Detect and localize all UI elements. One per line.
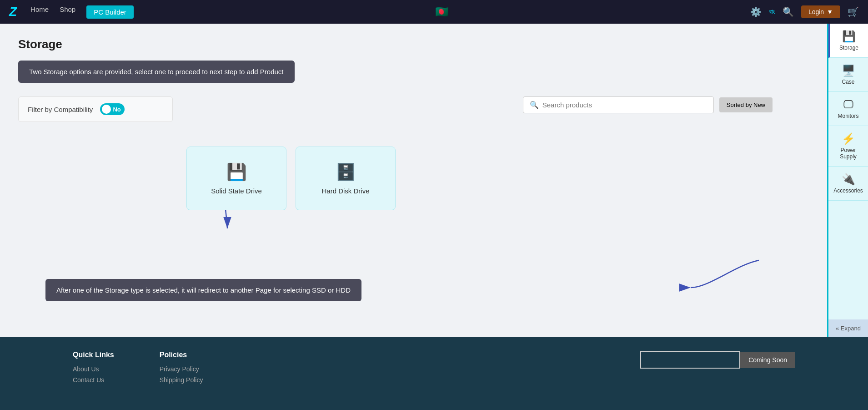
navbar-center: 🇧🇩 [134, 5, 750, 18]
cart-icon[interactable]: 🛒 [848, 6, 859, 17]
info-message-text: Two Storage options are provided, select… [29, 68, 284, 76]
ssd-icon: 💾 [226, 162, 247, 182]
page-title: Storage [18, 37, 773, 51]
info-message-box: Two Storage options are provided, select… [18, 61, 295, 83]
footer-contact-us[interactable]: Contact Us [73, 376, 114, 384]
logo[interactable]: Z [9, 5, 17, 19]
login-button[interactable]: Login ▼ [801, 5, 840, 18]
main-content: Storage Two Storage options are provided… [0, 24, 868, 337]
nav-home[interactable]: Home [30, 5, 49, 19]
filter-row: Filter by Compatibility No [18, 96, 173, 122]
filter-label: Filter by Compatibility [28, 106, 93, 113]
search-icon-inner: 🔍 [530, 101, 539, 109]
arrow-svg-2 [363, 147, 773, 301]
annotation-area: 💾 Solid State Drive 🗄️ Hard Disk Drive A… [18, 147, 773, 301]
sidebar-item-accessories[interactable]: 🔌 Accessories [828, 167, 868, 201]
coming-soon-input[interactable] [640, 351, 740, 369]
quick-links-title: Quick Links [73, 351, 114, 359]
footer-about-us[interactable]: About Us [73, 365, 114, 373]
ssd-label: Solid State Drive [211, 187, 262, 195]
sidebar-accessories-label: Accessories [833, 187, 863, 194]
sidebar-monitors-label: Monitors [838, 113, 858, 119]
settings-icon[interactable]: ⚙️ [750, 6, 762, 17]
sidebar-item-power-supply[interactable]: ⚡ Power Supply [828, 126, 868, 167]
navbar-right: ⚙️ বাং 🔍 Login ▼ 🛒 [750, 5, 859, 18]
sidebar-item-monitors[interactable]: 🖵 Monitors [828, 92, 868, 126]
language-button[interactable]: বাং [769, 8, 775, 16]
hdd-icon: 🗄️ [336, 162, 356, 182]
power-supply-sidebar-icon: ⚡ [842, 132, 855, 145]
sidebar-expand-button[interactable]: « Expand [828, 319, 868, 337]
navbar: Z Home Shop PC Builder 🇧🇩 ⚙️ বাং 🔍 Login… [0, 0, 868, 24]
page-content: Storage Two Storage options are provided… [0, 24, 827, 337]
footer-policies: Policies Privacy Policy Shipping Policy [160, 351, 203, 387]
redirect-message-text: After one of the Storage type is selecte… [56, 286, 351, 294]
sidebar-storage-label: Storage [839, 45, 858, 51]
search-box: 🔍 [523, 96, 714, 113]
storage-options: 💾 Solid State Drive 🗄️ Hard Disk Drive [186, 147, 396, 210]
redirect-message-box: After one of the Storage type is selecte… [45, 279, 361, 301]
flag-icon: 🇧🇩 [435, 5, 449, 18]
hdd-label: Hard Disk Drive [321, 187, 369, 195]
sidebar-item-case[interactable]: 🖥️ Case [828, 58, 868, 92]
compatibility-toggle[interactable]: No [100, 103, 124, 115]
search-icon[interactable]: 🔍 [783, 6, 794, 17]
sidebar-power-supply-label: Power Supply [832, 147, 864, 160]
nav-links: Home Shop PC Builder [30, 5, 134, 19]
footer-quick-links: Quick Links About Us Contact Us [73, 351, 114, 387]
footer-privacy-policy[interactable]: Privacy Policy [160, 365, 203, 373]
login-label: Login [808, 8, 824, 15]
monitors-sidebar-icon: 🖵 [843, 98, 854, 111]
sidebar-case-label: Case [842, 79, 854, 85]
dropdown-icon: ▼ [827, 8, 833, 15]
case-sidebar-icon: 🖥️ [842, 64, 855, 77]
storage-sidebar-icon: 💾 [842, 30, 856, 43]
ssd-card[interactable]: 💾 Solid State Drive [186, 147, 286, 210]
logo-icon: Z [9, 5, 17, 19]
expand-label: « Expand [836, 325, 861, 332]
hdd-card[interactable]: 🗄️ Hard Disk Drive [296, 147, 396, 210]
nav-shop[interactable]: Shop [60, 5, 75, 19]
nav-pc-builder[interactable]: PC Builder [86, 5, 134, 19]
search-input[interactable] [542, 101, 707, 109]
policies-title: Policies [160, 351, 203, 359]
accessories-sidebar-icon: 🔌 [842, 173, 855, 186]
sort-button[interactable]: Sorted by New [719, 97, 773, 112]
footer-coming-soon: Coming Soon [640, 351, 795, 369]
toggle-thumb [102, 105, 111, 114]
coming-soon-button[interactable]: Coming Soon [740, 352, 795, 368]
sidebar-item-storage[interactable]: 💾 Storage [828, 24, 868, 58]
footer-shipping-policy[interactable]: Shipping Policy [160, 376, 203, 384]
footer: Quick Links About Us Contact Us Policies… [0, 337, 868, 410]
sidebar: 💾 Storage 🖥️ Case 🖵 Monitors ⚡ Power Sup… [827, 24, 868, 337]
toggle-label: No [113, 106, 120, 113]
